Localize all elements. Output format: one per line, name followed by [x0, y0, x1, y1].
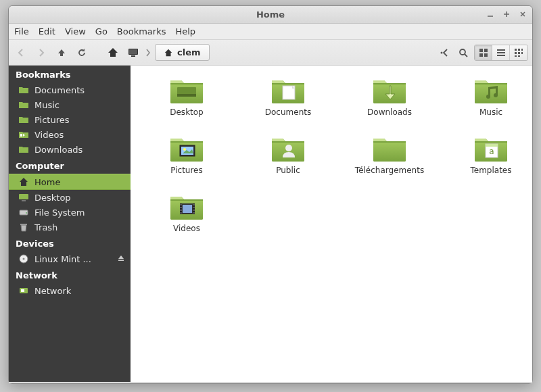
- network-icon: [18, 285, 29, 296]
- view-list-button[interactable]: [492, 45, 510, 60]
- toggle-path-button[interactable]: [436, 45, 452, 61]
- forward-button[interactable]: [33, 45, 49, 61]
- sidebar-item-music[interactable]: Music: [9, 97, 131, 112]
- menu-view[interactable]: View: [65, 26, 86, 36]
- svg-rect-52: [180, 207, 182, 208]
- sidebar-item-home[interactable]: Home: [9, 174, 131, 190]
- sidebar-item-file-system[interactable]: File System: [9, 205, 131, 220]
- menubar: File Edit View Go Bookmarks Help: [9, 24, 532, 40]
- svg-point-33: [23, 258, 25, 260]
- menu-go[interactable]: Go: [95, 26, 108, 36]
- folder-icon: [18, 84, 29, 95]
- menu-help[interactable]: Help: [175, 26, 195, 36]
- folder-label: Public: [276, 166, 300, 175]
- svg-rect-54: [180, 212, 182, 214]
- folder-icon: [168, 133, 206, 164]
- folder-label: Downloads: [367, 107, 412, 117]
- sidebar-item-linux-mint-[interactable]: Linux Mint ...: [9, 251, 131, 266]
- close-button[interactable]: [517, 9, 528, 20]
- folder-icon: [371, 133, 408, 164]
- svg-rect-31: [20, 224, 27, 225]
- folder-icon: [269, 133, 307, 164]
- svg-rect-20: [521, 49, 523, 51]
- folder-video-icon: [18, 129, 29, 140]
- sidebar-section-title: Computer: [9, 157, 131, 174]
- sidebar-item-label: Home: [34, 177, 60, 187]
- home-button[interactable]: [105, 45, 121, 61]
- folder-icon: [168, 75, 206, 106]
- sidebar-item-pictures[interactable]: Pictures: [9, 112, 131, 127]
- sidebar-item-videos[interactable]: Videos: [9, 127, 131, 142]
- eject-icon[interactable]: [117, 254, 125, 264]
- sidebar-item-label: Pictures: [34, 115, 69, 125]
- svg-rect-36: [21, 289, 24, 292]
- svg-rect-27: [19, 194, 28, 199]
- path-separator-icon: [145, 47, 151, 59]
- back-button[interactable]: [13, 45, 29, 61]
- toolbar: clem: [9, 40, 532, 66]
- window-title: Home: [9, 9, 532, 20]
- folder-item-videos[interactable]: Videos: [136, 191, 237, 249]
- folder-icon: [371, 75, 408, 106]
- view-mode-group: [474, 45, 528, 61]
- folder-icon: [18, 144, 29, 155]
- menu-edit[interactable]: Edit: [39, 26, 55, 36]
- folder-icon: [18, 99, 29, 110]
- folder-item-downloads[interactable]: Downloads: [339, 75, 440, 133]
- folder-item-templates[interactable]: a Templates: [440, 133, 532, 191]
- folder-label: Music: [479, 107, 502, 117]
- svg-point-30: [26, 212, 27, 214]
- maximize-button[interactable]: [501, 9, 512, 20]
- folder-label: Desktop: [170, 107, 204, 117]
- svg-rect-46: [486, 144, 498, 147]
- svg-text:a: a: [489, 147, 494, 156]
- svg-rect-19: [518, 49, 520, 51]
- svg-rect-11: [479, 49, 483, 52]
- sidebar-item-documents[interactable]: Documents: [9, 82, 131, 97]
- reload-button[interactable]: [74, 45, 90, 61]
- sidebar-item-label: Documents: [34, 85, 85, 95]
- folder-icon: [269, 75, 307, 106]
- svg-point-9: [460, 49, 465, 55]
- computer-button[interactable]: [125, 45, 141, 61]
- svg-line-10: [465, 54, 467, 57]
- sidebar-item-downloads[interactable]: Downloads: [9, 142, 131, 157]
- sidebar-section-title: Devices: [9, 235, 131, 251]
- folder-item-t-l-chargements[interactable]: Téléchargements: [339, 133, 440, 191]
- disc-icon: [18, 253, 29, 264]
- search-button[interactable]: [455, 45, 471, 61]
- svg-rect-6: [129, 49, 137, 54]
- folder-item-documents[interactable]: Documents: [237, 75, 339, 133]
- folder-item-pictures[interactable]: Pictures: [136, 133, 237, 191]
- sidebar-item-label: Linux Mint ...: [34, 254, 91, 264]
- up-button[interactable]: [53, 45, 70, 61]
- sidebar-item-network[interactable]: Network: [9, 283, 131, 298]
- desktop-icon: [18, 192, 29, 203]
- view-icons-button[interactable]: [475, 45, 492, 60]
- svg-point-43: [285, 145, 292, 151]
- folder-item-public[interactable]: Public: [237, 133, 339, 191]
- folder-label: Téléchargements: [355, 166, 424, 175]
- content-area[interactable]: Desktop Documents Downloads Music Pictur…: [131, 66, 532, 382]
- svg-rect-22: [518, 52, 520, 54]
- svg-rect-34: [118, 260, 124, 261]
- menu-file[interactable]: File: [14, 26, 29, 36]
- folder-item-music[interactable]: Music: [440, 75, 532, 133]
- sidebar-item-trash[interactable]: Trash: [9, 220, 131, 235]
- menu-bookmarks[interactable]: Bookmarks: [117, 26, 166, 36]
- home-icon: [18, 176, 29, 187]
- svg-rect-53: [180, 210, 182, 211]
- sidebar-item-label: Downloads: [34, 145, 83, 155]
- drive-icon: [18, 207, 29, 218]
- svg-rect-56: [193, 207, 195, 208]
- svg-rect-13: [479, 53, 483, 57]
- svg-rect-38: [177, 94, 196, 97]
- file-manager-window: Home File Edit View Go Bookmarks Help: [8, 5, 533, 384]
- view-compact-button[interactable]: [510, 45, 527, 60]
- path-segment-home[interactable]: clem: [155, 44, 210, 61]
- folder-label: Videos: [173, 224, 200, 233]
- folder-label: Documents: [265, 107, 311, 117]
- minimize-button[interactable]: [485, 9, 496, 20]
- folder-item-desktop[interactable]: Desktop: [136, 75, 237, 133]
- sidebar-item-desktop[interactable]: Desktop: [9, 190, 131, 205]
